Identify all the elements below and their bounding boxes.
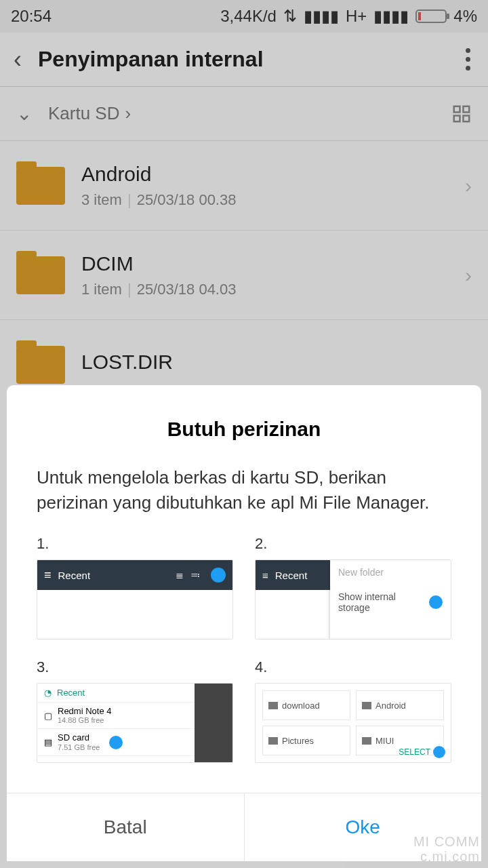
list-icon: ≣	[176, 570, 184, 580]
watermark: MI COMM c.mi.com	[413, 834, 480, 864]
cancel-button[interactable]: Batal	[7, 793, 245, 861]
permission-dialog: Butuh perizinan Untuk mengelola berkas d…	[7, 385, 481, 861]
step-4: 4. download Android Pictures MIUI SELECT	[255, 658, 451, 763]
highlight-dot-icon	[429, 595, 443, 609]
folder-mini-icon	[362, 737, 371, 745]
dialog-steps: 1. ≡ Recent ≣ ≕ 2.	[7, 535, 481, 793]
step-2: 2. ≡ Recent New folder Show internal sto…	[255, 535, 451, 639]
highlight-dot-icon	[211, 568, 226, 583]
sd-card-icon: ▤	[44, 737, 52, 747]
highlight-dot-icon	[433, 746, 445, 758]
dialog-scrim: Butuh perizinan Untuk mengelola berkas d…	[0, 0, 488, 868]
step-1: 1. ≡ Recent ≣ ≕	[37, 535, 233, 639]
hamburger-icon: ≡	[44, 568, 52, 583]
phone-icon: ▢	[44, 711, 52, 721]
dialog-title: Butuh perizinan	[7, 385, 481, 465]
clock-icon: ◔	[44, 688, 52, 698]
sort-icon: ≕	[190, 570, 200, 580]
step-3: 3. ◔Recent ▢Redmi Note 414.88 GB free ▤S…	[37, 658, 233, 763]
dialog-actions: Batal Oke	[7, 793, 481, 861]
folder-mini-icon	[268, 702, 278, 709]
dialog-body: Untuk mengelola berkas di kartu SD, beri…	[7, 465, 481, 535]
highlight-dot-icon	[109, 736, 123, 749]
folder-mini-icon	[268, 737, 278, 745]
folder-mini-icon	[362, 702, 371, 709]
hamburger-icon: ≡	[262, 570, 268, 581]
